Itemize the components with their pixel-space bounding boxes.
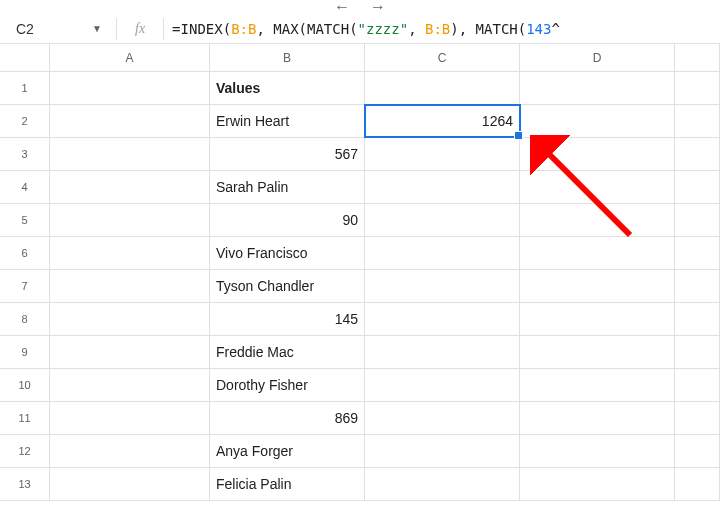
cell-D6[interactable]	[520, 237, 675, 270]
select-all-corner[interactable]	[0, 44, 50, 72]
cell-D13[interactable]	[520, 468, 675, 501]
row-header-9[interactable]: 9	[0, 336, 50, 369]
cell-E6[interactable]	[675, 237, 720, 270]
cell-C8[interactable]	[365, 303, 520, 336]
cell-D10[interactable]	[520, 369, 675, 402]
cell-E1[interactable]	[675, 72, 720, 105]
cell-C10[interactable]	[365, 369, 520, 402]
cell-A13[interactable]	[50, 468, 210, 501]
formula-bar: C2 ▼ fx =INDEX(B:B, MAX(MATCH("zzzz", B:…	[0, 14, 720, 44]
cell-C7[interactable]	[365, 270, 520, 303]
cell-B13[interactable]: Felicia Palin	[210, 468, 365, 501]
cell-C1[interactable]	[365, 72, 520, 105]
cell-A1[interactable]	[50, 72, 210, 105]
formula-input[interactable]: =INDEX(B:B, MAX(MATCH("zzzz", B:B), MATC…	[172, 21, 712, 37]
col-header-A[interactable]: A	[50, 44, 210, 72]
cell-E4[interactable]	[675, 171, 720, 204]
cell-A9[interactable]	[50, 336, 210, 369]
row-header-11[interactable]: 11	[0, 402, 50, 435]
cell-C12[interactable]	[365, 435, 520, 468]
redo-icon[interactable]: →	[370, 0, 386, 16]
cell-C2[interactable]: 1264	[364, 104, 521, 138]
cell-A10[interactable]	[50, 369, 210, 402]
cell-C4[interactable]	[365, 171, 520, 204]
cell-B11[interactable]: 869	[210, 402, 365, 435]
chevron-down-icon[interactable]: ▼	[92, 23, 102, 34]
spreadsheet-grid[interactable]: A B C D 1 Values 2 Erwin Heart 1264 3 56…	[0, 44, 720, 501]
cell-A6[interactable]	[50, 237, 210, 270]
row-header-12[interactable]: 12	[0, 435, 50, 468]
row-header-5[interactable]: 5	[0, 204, 50, 237]
col-header-B[interactable]: B	[210, 44, 365, 72]
row-header-3[interactable]: 3	[0, 138, 50, 171]
cell-C9[interactable]	[365, 336, 520, 369]
cell-B9[interactable]: Freddie Mac	[210, 336, 365, 369]
cell-A11[interactable]	[50, 402, 210, 435]
col-header-E[interactable]	[675, 44, 720, 72]
cell-E12[interactable]	[675, 435, 720, 468]
cell-B7[interactable]: Tyson Chandler	[210, 270, 365, 303]
cell-B1[interactable]: Values	[210, 72, 365, 105]
cell-B6[interactable]: Vivo Francisco	[210, 237, 365, 270]
cell-E8[interactable]	[675, 303, 720, 336]
cell-A4[interactable]	[50, 171, 210, 204]
cell-B10[interactable]: Dorothy Fisher	[210, 369, 365, 402]
name-box[interactable]: C2 ▼	[8, 17, 108, 41]
cell-D3[interactable]	[520, 138, 675, 171]
toolbar-top: ← →	[0, 0, 720, 14]
row-header-7[interactable]: 7	[0, 270, 50, 303]
cell-C6[interactable]	[365, 237, 520, 270]
row-header-2[interactable]: 2	[0, 105, 50, 138]
cell-B8[interactable]: 145	[210, 303, 365, 336]
cell-C3[interactable]	[365, 138, 520, 171]
row-header-6[interactable]: 6	[0, 237, 50, 270]
cell-B2[interactable]: Erwin Heart	[210, 105, 365, 138]
row-header-8[interactable]: 8	[0, 303, 50, 336]
cell-E13[interactable]	[675, 468, 720, 501]
cell-E9[interactable]	[675, 336, 720, 369]
cell-E2[interactable]	[675, 105, 720, 138]
col-header-C[interactable]: C	[365, 44, 520, 72]
fx-icon: fx	[125, 21, 155, 37]
cell-D11[interactable]	[520, 402, 675, 435]
undo-icon[interactable]: ←	[334, 0, 350, 16]
cell-A7[interactable]	[50, 270, 210, 303]
cell-D1[interactable]	[520, 72, 675, 105]
cell-D12[interactable]	[520, 435, 675, 468]
cell-A2[interactable]	[50, 105, 210, 138]
cell-A3[interactable]	[50, 138, 210, 171]
cell-E10[interactable]	[675, 369, 720, 402]
cell-D9[interactable]	[520, 336, 675, 369]
row-header-13[interactable]: 13	[0, 468, 50, 501]
row-header-4[interactable]: 4	[0, 171, 50, 204]
cell-A5[interactable]	[50, 204, 210, 237]
cell-E3[interactable]	[675, 138, 720, 171]
cell-A12[interactable]	[50, 435, 210, 468]
row-header-10[interactable]: 10	[0, 369, 50, 402]
cell-B5[interactable]: 90	[210, 204, 365, 237]
cell-reference: C2	[16, 21, 34, 37]
cell-C11[interactable]	[365, 402, 520, 435]
cell-D5[interactable]	[520, 204, 675, 237]
cell-D4[interactable]	[520, 171, 675, 204]
cell-D7[interactable]	[520, 270, 675, 303]
cell-B12[interactable]: Anya Forger	[210, 435, 365, 468]
cell-D2[interactable]	[520, 105, 675, 138]
cell-A8[interactable]	[50, 303, 210, 336]
row-header-1[interactable]: 1	[0, 72, 50, 105]
cell-E11[interactable]	[675, 402, 720, 435]
cell-B4[interactable]: Sarah Palin	[210, 171, 365, 204]
cell-E7[interactable]	[675, 270, 720, 303]
cell-E5[interactable]	[675, 204, 720, 237]
divider	[116, 18, 117, 40]
col-header-D[interactable]: D	[520, 44, 675, 72]
cell-B3[interactable]: 567	[210, 138, 365, 171]
cell-C13[interactable]	[365, 468, 520, 501]
divider	[163, 18, 164, 40]
cell-C5[interactable]	[365, 204, 520, 237]
cell-D8[interactable]	[520, 303, 675, 336]
